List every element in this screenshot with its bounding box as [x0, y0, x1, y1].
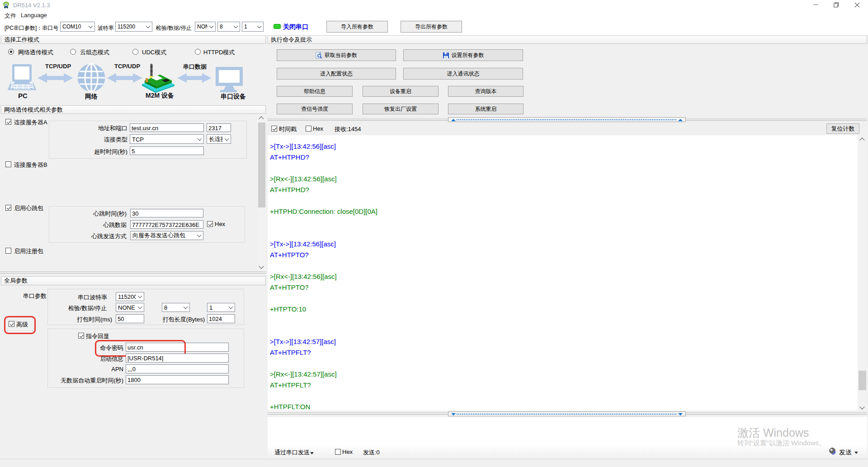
- work-mode-header: 选择工作模式: [1, 35, 266, 44]
- g-parity-combobox[interactable]: NONE: [116, 303, 144, 312]
- get-params-button[interactable]: 获取当前参数: [277, 49, 396, 61]
- send-hex-checkbox[interactable]: [335, 449, 341, 455]
- left-scrollbar-thumb[interactable]: [258, 123, 265, 208]
- reset-count-button[interactable]: 复位计数: [826, 123, 859, 134]
- send-icon[interactable]: [829, 447, 837, 455]
- g-baud-combobox[interactable]: 115200: [116, 292, 144, 301]
- advanced-checkbox[interactable]: [9, 321, 14, 327]
- g-databits-combobox[interactable]: 8: [162, 303, 190, 312]
- boot-input[interactable]: [USR-DR514]: [126, 354, 229, 363]
- net-params-header: 网络透传模式相关参数: [1, 105, 266, 114]
- splitter-top-handle[interactable]: [448, 117, 686, 122]
- log-line: >[Rx<-][13:42:56][asc]: [270, 174, 858, 184]
- log-line: >[Tx->][13:42:57][asc]: [270, 336, 858, 347]
- send-via-button[interactable]: 通过串口发送: [274, 448, 310, 457]
- radio-net-transparent-mode[interactable]: [8, 49, 14, 55]
- send-button[interactable]: 发送: [839, 448, 852, 457]
- timeout-input[interactable]: 5: [130, 146, 204, 155]
- menu-bar: 文件 Language: [0, 10, 868, 20]
- window-title: DR514 V2.1.3: [13, 2, 50, 9]
- recv-count: 接收:1454: [335, 125, 361, 133]
- packtime-input[interactable]: 50: [116, 314, 144, 323]
- recv-hex-checkbox[interactable]: [306, 126, 311, 132]
- conn-type-combobox[interactable]: TCP: [130, 134, 204, 144]
- collapse-down-icon: [451, 413, 456, 415]
- apn-input[interactable]: ,,,0: [126, 364, 229, 373]
- echo-checkbox[interactable]: [78, 333, 84, 339]
- import-params-button[interactable]: 导入所有参数: [326, 21, 388, 33]
- log-scrollbar[interactable]: [858, 135, 867, 410]
- minimize-button[interactable]: [811, 0, 824, 10]
- enter-config-button[interactable]: 进入配置状态: [277, 68, 396, 80]
- server-b-label: 连接服务器B: [14, 161, 47, 169]
- parity-combobox[interactable]: NONE: [195, 22, 216, 32]
- server-a-port-input[interactable]: 2317: [207, 123, 231, 132]
- conn-mode-combobox[interactable]: 长连接: [207, 134, 231, 144]
- timestamp-checkbox[interactable]: [271, 126, 277, 132]
- device-restart-button[interactable]: 设备重启: [363, 86, 439, 97]
- set-params-icon: [443, 52, 449, 59]
- chevron-down-icon: [229, 305, 233, 309]
- databits-combobox[interactable]: 8: [217, 22, 240, 32]
- menu-file[interactable]: 文件: [5, 12, 16, 20]
- log-line: AT+HTPHD?: [270, 152, 858, 163]
- restore-button[interactable]: [831, 0, 845, 10]
- baud-combobox[interactable]: 115200: [115, 22, 152, 32]
- send-dropdown-icon[interactable]: [854, 452, 858, 454]
- apn-value: ,,,0: [127, 366, 136, 373]
- server-a-checkbox[interactable]: [5, 119, 11, 125]
- receive-log[interactable]: >[Tx->][13:42:56][asc]AT+HTPHD? >[Rx<-][…: [268, 135, 858, 410]
- hb-data-input[interactable]: 7777772E7573722E636E: [130, 220, 203, 229]
- help-info-button[interactable]: 帮助信息: [277, 86, 353, 97]
- log-scrollbar-thumb[interactable]: [859, 371, 866, 390]
- set-params-button[interactable]: 设置所有参数: [403, 49, 523, 61]
- server-a-address-input[interactable]: test.usr.cn: [130, 123, 204, 132]
- boot-label: 启动信息: [78, 355, 123, 363]
- serial-params-label: 串口参数: [23, 292, 47, 300]
- packtime-value: 50: [118, 316, 124, 322]
- radio-httpd-mode[interactable]: [195, 49, 201, 55]
- conn-type-value: TCP: [132, 136, 144, 142]
- g-parity-label: 检验/数据/停止: [59, 304, 107, 312]
- m2m-device-icon: [142, 64, 175, 93]
- reboot-value: 1800: [127, 377, 141, 383]
- hb-mode-combobox[interactable]: 向服务器发送心跳包: [130, 231, 203, 240]
- signal-strength-button[interactable]: 查信号强度: [277, 104, 353, 114]
- hb-hex-checkbox[interactable]: [207, 221, 213, 227]
- splitter-bottom-handle[interactable]: [448, 411, 686, 416]
- system-restart-button[interactable]: 系统重启: [448, 104, 524, 114]
- server-b-checkbox[interactable]: [5, 161, 11, 167]
- close-port-button[interactable]: 关闭串口: [283, 23, 308, 31]
- log-line: [270, 391, 858, 401]
- radio-udc-mode[interactable]: [132, 49, 138, 55]
- menu-language[interactable]: Language: [21, 12, 47, 19]
- heartbeat-checkbox[interactable]: [5, 205, 11, 211]
- enter-comm-button[interactable]: 进入通讯状态: [403, 68, 523, 80]
- register-checkbox[interactable]: [5, 248, 11, 254]
- timeout-label: 超时时间(秒): [69, 148, 127, 156]
- log-line: [270, 217, 858, 228]
- global-params-header: 全局参数: [1, 276, 266, 285]
- com-port-combobox[interactable]: COM10: [60, 22, 95, 32]
- log-line: >[Tx->][13:42:56][asc]: [270, 141, 858, 152]
- port-status-led-icon: [274, 24, 281, 29]
- chevron-down-icon: [138, 305, 142, 309]
- splitter-dots: [457, 414, 676, 415]
- radio-cloud-mode[interactable]: [70, 49, 76, 55]
- collapse-up-icon: [451, 119, 456, 121]
- stopbits-combobox[interactable]: 1: [242, 22, 264, 32]
- arrow-middle-icon: [107, 73, 142, 83]
- packlen-input[interactable]: 1024: [207, 314, 235, 323]
- g-stopbits-combobox[interactable]: 1: [207, 303, 235, 312]
- app-icon: [3, 1, 9, 9]
- arrow-right-icon: [177, 73, 212, 83]
- close-button[interactable]: [852, 0, 865, 10]
- export-params-button[interactable]: 导出所有参数: [401, 21, 462, 33]
- factory-reset-button[interactable]: 恢复出厂设置: [363, 104, 439, 114]
- chevron-down-icon: [197, 233, 202, 237]
- query-version-button[interactable]: 查询版本: [448, 86, 524, 97]
- hb-time-input[interactable]: 30: [130, 209, 203, 217]
- send-via-dropdown-icon[interactable]: [310, 452, 314, 454]
- minimize-icon: [813, 5, 818, 5]
- reboot-input[interactable]: 1800: [126, 375, 229, 384]
